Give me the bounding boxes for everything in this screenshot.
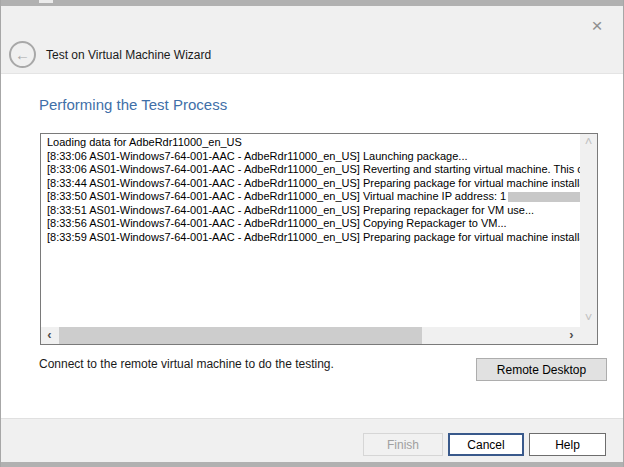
help-button[interactable]: Help	[529, 433, 606, 456]
log-line: [8:33:51 AS01-Windows7-64-001-AAC - Adbe…	[47, 204, 580, 218]
window-bottom-edge	[1, 462, 623, 467]
close-icon[interactable]: ×	[583, 12, 611, 40]
page-title: Performing the Test Process	[39, 96, 227, 113]
horizontal-scrollbar[interactable]: ‹ ›	[41, 327, 580, 344]
scrollbar-corner	[580, 327, 597, 344]
vertical-scrollbar[interactable]: ˄ ˅	[580, 134, 597, 327]
scroll-up-icon[interactable]: ˄	[580, 134, 597, 151]
window-title: Test on Virtual Machine Wizard	[46, 48, 211, 62]
scroll-down-icon[interactable]: ˅	[580, 310, 597, 327]
log-line: [8:33:06 AS01-Windows7-64-001-AAC - Adbe…	[47, 150, 580, 164]
cancel-button[interactable]: Cancel	[448, 433, 524, 456]
back-button[interactable]: ←	[9, 41, 36, 68]
top-edge-notch	[39, 0, 53, 3]
log-line: [8:33:06 AS01-Windows7-64-001-AAC - Adbe…	[47, 163, 580, 177]
finish-button[interactable]: Finish	[363, 433, 443, 456]
log-line: [8:33:56 AS01-Windows7-64-001-AAC - Adbe…	[47, 217, 580, 231]
horizontal-scrollbar-thumb[interactable]	[59, 327, 422, 344]
scroll-left-icon[interactable]: ‹	[41, 327, 58, 344]
wizard-dialog: × ← Test on Virtual Machine Wizard Perfo…	[0, 0, 624, 467]
log-lines: Loading data for AdbeRdr11000_en_US[8:33…	[41, 134, 580, 327]
scroll-right-icon[interactable]: ›	[563, 327, 580, 344]
redacted-ip-value	[508, 192, 580, 202]
remote-desktop-button[interactable]: Remote Desktop	[476, 358, 607, 381]
log-line: [8:33:59 AS01-Windows7-64-001-AAC - Adbe…	[47, 231, 580, 245]
log-line: [8:33:44 AS01-Windows7-64-001-AAC - Adbe…	[47, 177, 580, 191]
log-line: [8:33:50 AS01-Windows7-64-001-AAC - Adbe…	[47, 190, 580, 204]
test-log-listbox[interactable]: Loading data for AdbeRdr11000_en_US[8:33…	[40, 133, 598, 345]
status-message: Connect to the remote virtual machine to…	[39, 357, 334, 371]
wizard-header: × ← Test on Virtual Machine Wizard	[1, 6, 623, 74]
log-line: Loading data for AdbeRdr11000_en_US	[47, 136, 580, 150]
footer-bar: Finish Cancel Help	[1, 418, 623, 462]
